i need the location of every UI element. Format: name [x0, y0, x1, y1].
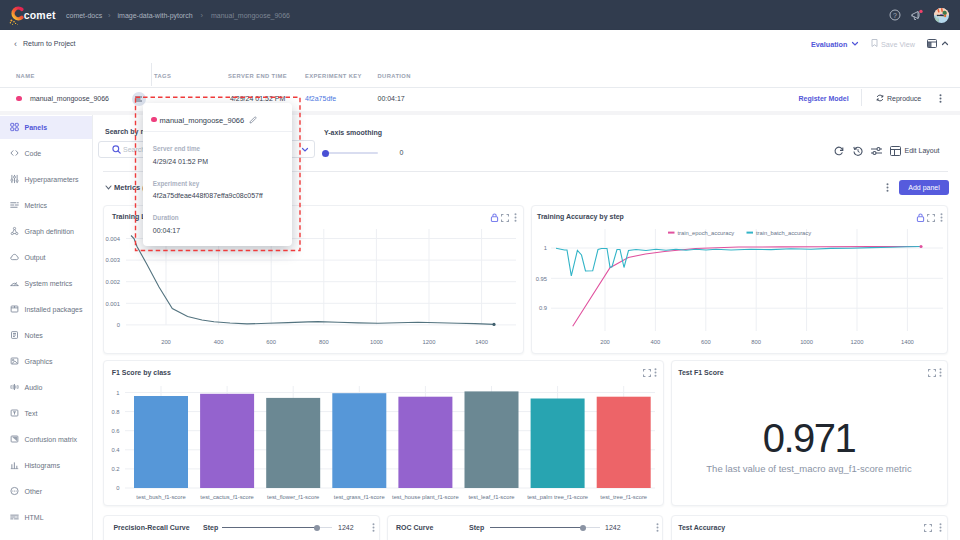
svg-text:test_flower_f1-score: test_flower_f1-score	[267, 494, 319, 500]
svg-text:test_cactus_f1-score: test_cactus_f1-score	[200, 494, 254, 500]
svg-text:1: 1	[116, 389, 119, 395]
svg-text:600: 600	[700, 339, 710, 345]
svg-text:800: 800	[319, 339, 329, 345]
svg-text:0.001: 0.001	[105, 301, 120, 307]
svg-text:0: 0	[116, 485, 119, 491]
svg-text:200: 200	[161, 339, 171, 345]
svg-text:test_palm tree_f1-score: test_palm tree_f1-score	[527, 494, 588, 500]
svg-text:0.002: 0.002	[105, 279, 120, 285]
svg-text:1: 1	[543, 245, 546, 251]
svg-text:800: 800	[751, 339, 761, 345]
svg-text:0.4: 0.4	[111, 447, 120, 453]
svg-text:0.2: 0.2	[111, 466, 119, 472]
svg-text:test_tree_f1-score: test_tree_f1-score	[600, 494, 647, 500]
svg-text:1000: 1000	[800, 339, 813, 345]
svg-text:1400: 1400	[900, 339, 913, 345]
svg-text:0.003: 0.003	[105, 257, 120, 263]
svg-text:0.004: 0.004	[105, 236, 120, 242]
svg-text:1200: 1200	[850, 339, 863, 345]
svg-text:0.9: 0.9	[538, 305, 546, 311]
svg-text:1000: 1000	[370, 339, 383, 345]
svg-text:?: ?	[893, 12, 897, 19]
svg-text:test_bush_f1-score: test_bush_f1-score	[136, 494, 185, 500]
svg-text:1400: 1400	[475, 339, 488, 345]
svg-text:400: 400	[650, 339, 660, 345]
svg-text:test_house plant_f1-score: test_house plant_f1-score	[392, 494, 459, 500]
svg-text:0.6: 0.6	[111, 427, 119, 433]
svg-text:600: 600	[266, 339, 276, 345]
svg-text:1200: 1200	[423, 339, 436, 345]
svg-text:test_leaf_f1-score: test_leaf_f1-score	[468, 494, 514, 500]
svg-text:train_batch_accuracy: train_batch_accuracy	[756, 230, 811, 236]
svg-text:train_epoch_accuracy: train_epoch_accuracy	[677, 230, 734, 236]
svg-text:400: 400	[214, 339, 224, 345]
svg-text:test_grass_f1-score: test_grass_f1-score	[334, 494, 385, 500]
svg-text:0: 0	[117, 322, 120, 328]
svg-text:200: 200	[600, 339, 610, 345]
svg-text:0.8: 0.8	[111, 408, 119, 414]
svg-text:0.95: 0.95	[535, 276, 546, 282]
